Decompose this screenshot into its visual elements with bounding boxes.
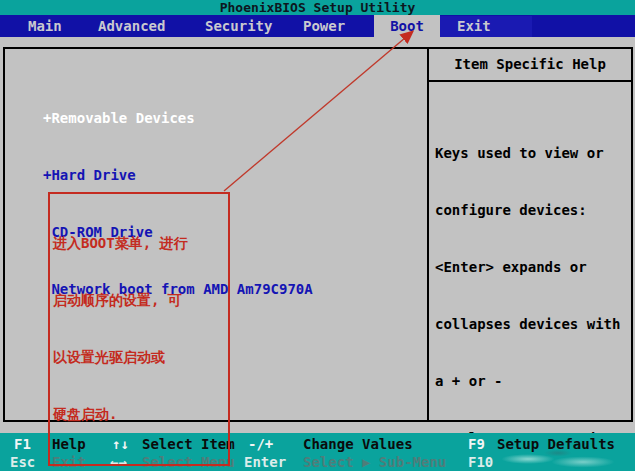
- help-text: Keys used to view or configure devices: …: [435, 106, 629, 471]
- help-line: collapses devices with: [435, 315, 629, 334]
- help-line: <Enter> expands or: [435, 258, 629, 277]
- tab-exit[interactable]: Exit: [457, 15, 491, 37]
- bios-screen: PhoenixBIOS Setup Utility Main Advanced …: [0, 0, 635, 471]
- menu-bar: Main Advanced Security Power Boot Exit: [0, 15, 635, 37]
- annotation-line: 以设置光驱启动或: [53, 348, 225, 367]
- key-f1: F1: [14, 435, 31, 454]
- boot-device-hard-drive[interactable]: +Hard Drive: [43, 166, 313, 185]
- annotation-box: 进入BOOT菜单, 进行 启动顺序的设置, 可 以设置光驱启动或 硬盘启动.: [48, 192, 230, 466]
- window-title: PhoenixBIOS Setup Utility: [0, 0, 635, 15]
- label-change-values: Change Values: [303, 435, 413, 454]
- annotation-line: 进入BOOT菜单, 进行: [53, 234, 225, 253]
- tab-security[interactable]: Security: [205, 15, 272, 37]
- key-f10: F10: [468, 453, 493, 471]
- boot-device-removable[interactable]: +Removable Devices: [43, 109, 313, 128]
- help-line: a + or -: [435, 372, 629, 391]
- annotation-line: 启动顺序的设置, 可: [53, 291, 225, 310]
- key-minus-plus: -/+: [248, 435, 273, 454]
- help-panel-title: Item Specific Help: [429, 49, 631, 82]
- help-line: Keys used to view or: [435, 144, 629, 163]
- label-select-submenu: Select ▶ Sub-Menu: [303, 453, 446, 471]
- annotation-line: 硬盘启动.: [53, 405, 225, 424]
- tab-power[interactable]: Power: [303, 15, 345, 37]
- smudge-artifact: [498, 449, 618, 469]
- key-enter: Enter: [244, 453, 286, 471]
- tab-boot[interactable]: Boot: [374, 15, 440, 37]
- help-panel-divider: [427, 49, 429, 420]
- key-f9: F9: [468, 435, 485, 454]
- tab-advanced[interactable]: Advanced: [98, 15, 165, 37]
- help-line: configure devices:: [435, 201, 629, 220]
- key-esc: Esc: [10, 453, 35, 471]
- tab-main[interactable]: Main: [28, 15, 62, 37]
